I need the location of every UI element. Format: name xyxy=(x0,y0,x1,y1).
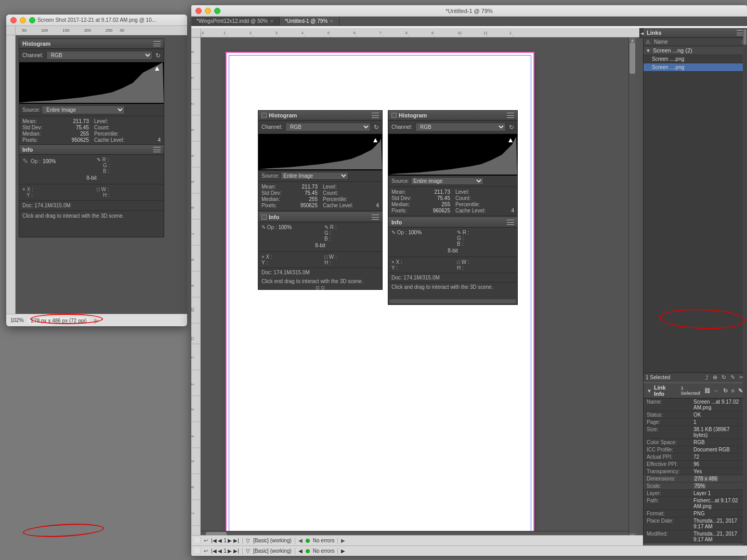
svg-text:8: 8 xyxy=(191,259,194,261)
id-close-button[interactable] xyxy=(195,8,202,14)
svg-text:7: 7 xyxy=(191,512,194,514)
info-right-menu[interactable] xyxy=(507,220,514,225)
nav-arrow[interactable]: ◀ xyxy=(298,538,303,543)
svg-text:11: 11 xyxy=(191,337,194,341)
link-info-effectiveppi-value: 96 xyxy=(693,461,699,467)
vertical-scrollbar-thumb[interactable] xyxy=(630,43,635,74)
links-row-2[interactable]: Screen ....png 1 xyxy=(644,63,747,72)
edit-original-button[interactable]: ✎ xyxy=(729,374,736,381)
hist-right-drag[interactable] xyxy=(391,113,397,118)
relink-button[interactable]: ⤴ xyxy=(704,375,710,381)
histogram-channel-row: Channel: RGB ↻ xyxy=(19,49,164,62)
median-value: 255 xyxy=(80,131,89,137)
tab-label-untitled: *Untitled-1 @ 79% xyxy=(285,18,327,24)
hist-right-channel-row: Channel: RGB ↻ xyxy=(388,121,517,134)
svg-text:5: 5 xyxy=(191,181,194,183)
info-right-title: Info xyxy=(391,219,402,225)
maximize-button[interactable] xyxy=(29,17,35,23)
update-link-button[interactable]: ↻ xyxy=(720,374,727,381)
svg-text:6: 6 xyxy=(191,207,194,209)
svg-text:0: 0 xyxy=(202,31,204,35)
hist-right-channel-select[interactable]: RGB xyxy=(415,123,506,131)
link-info-modified-value: Thursda...21, 2017 9:17 AM xyxy=(693,531,744,542)
link-info-dimensions-value: 278 x 486 xyxy=(693,476,718,482)
link-info-transparency-row: Transparency: Yes xyxy=(644,468,747,475)
close-button[interactable] xyxy=(10,17,17,23)
page-icon-2: ⬜ xyxy=(194,548,201,554)
hist-right-menu[interactable] xyxy=(507,113,514,118)
tab-wingsprnt[interactable]: *WingsPrint12x12.indd @ 50% ✕ xyxy=(191,17,280,25)
link-info-name-label: Name: xyxy=(647,399,693,410)
info-center-bitdepth: 8-bit xyxy=(261,242,379,249)
goto-link-button[interactable]: ⊕ xyxy=(712,374,718,381)
links-panel: ◀ Links ⚠ Name □ ▼ Screen ...ng (2) xyxy=(643,28,747,545)
hist-right-source[interactable]: Entire image xyxy=(411,177,483,185)
link-info-sort[interactable]: ≡ xyxy=(730,388,736,394)
vertical-scrollbar[interactable]: ▲ ▼ xyxy=(628,37,636,538)
link-info-refresh[interactable]: ↻ xyxy=(722,388,729,394)
info-center-drag[interactable] xyxy=(261,215,267,220)
histogram-menu-button[interactable] xyxy=(153,41,161,46)
hist-center-drag[interactable] xyxy=(261,113,267,118)
links-header-icon-col: ⚠ xyxy=(646,39,654,45)
link-info-placedate-label: Place Date: xyxy=(647,518,693,529)
scrollbar-handle[interactable] xyxy=(389,299,516,303)
nav-arrow-right[interactable]: ▶ xyxy=(341,538,345,543)
link-info-path-label: Path: xyxy=(647,498,693,509)
info-panel-left: Info ✎ Op : 100% xyxy=(19,144,164,237)
id-maximize-button[interactable] xyxy=(214,8,220,14)
info-center-menu[interactable] xyxy=(372,215,379,220)
source-label: Source: xyxy=(22,107,42,113)
link-info-format-label: Format: xyxy=(647,511,693,516)
hist-center-refresh[interactable]: ↻ xyxy=(374,124,379,131)
info-menu-button[interactable] xyxy=(153,147,161,152)
hist-center-source-select[interactable]: Entire Image xyxy=(281,172,348,180)
links-col-name: Name xyxy=(654,39,735,45)
svg-text:5: 5 xyxy=(191,460,194,462)
hist-center-channel-select[interactable]: RGB xyxy=(285,123,371,131)
svg-text:5: 5 xyxy=(327,31,330,35)
link-info-chain[interactable]: ⛓ xyxy=(703,388,711,394)
histogram-panel-center: Histogram Channel: RGB ↻ xyxy=(258,110,383,290)
link-info-path-row: Path: Fisherc...at 9.17.02 AM.png xyxy=(644,497,747,510)
svg-text:2: 2 xyxy=(191,103,194,105)
link-info-size-value: 38.1 KB (38967 bytes) xyxy=(693,426,744,438)
link-info-arrow-left[interactable]: ← xyxy=(713,388,720,394)
channel-select[interactable]: RGB xyxy=(46,51,152,60)
link-info-format-row: Format: PNG xyxy=(644,510,747,517)
selected-badge: 1 Selected xyxy=(681,385,703,396)
svg-text:3: 3 xyxy=(191,129,194,131)
tab-close-untitled[interactable]: ✕ xyxy=(330,19,334,24)
link-info-status-row: Status: OK xyxy=(644,411,747,419)
tab-untitled[interactable]: *Untitled-1 @ 79% ✕ xyxy=(280,17,339,25)
link-info-icc-row: ICC Profile: Document RGB xyxy=(644,446,747,454)
op-label: Op : xyxy=(31,158,41,164)
info-center-title: Info xyxy=(269,214,279,220)
hist-right-refresh[interactable]: ↻ xyxy=(509,124,514,131)
svg-text:1: 1 xyxy=(191,77,194,79)
links-row-1[interactable]: Screen ....png 1 xyxy=(644,55,747,63)
refresh-icon[interactable]: ↻ xyxy=(155,52,161,59)
minimize-button[interactable] xyxy=(20,17,26,23)
svg-text:9: 9 xyxy=(191,285,194,287)
links-bottom-toolbar: 1 Selected ⤴ ⊕ ↻ ✎ ✂ xyxy=(644,372,747,382)
id-tab-bar: *WingsPrint12x12.indd @ 50% ✕ *Untitled-… xyxy=(191,17,747,26)
pixels-label: Pixels: xyxy=(22,137,37,143)
links-group-header: ▼ Screen ...ng (2) xyxy=(644,46,747,55)
nav-right-2[interactable]: ▶ xyxy=(341,548,345,554)
scroll-up-button[interactable]: ▲ xyxy=(629,37,636,43)
link-info-size-label: Size: xyxy=(647,426,693,438)
hist-center-warning: ▲ xyxy=(372,136,379,144)
tab-close-wings[interactable]: ✕ xyxy=(270,19,274,24)
nav-left-2[interactable]: ◀ xyxy=(298,548,303,554)
id-minimize-button[interactable] xyxy=(205,8,211,14)
panel-collapse-button[interactable]: ◀ xyxy=(639,28,644,38)
source-select[interactable]: Entire Image xyxy=(42,105,125,114)
link-info-scrollbar[interactable] xyxy=(743,398,747,543)
hist-center-menu[interactable] xyxy=(372,113,379,118)
handle-bottom-left[interactable] xyxy=(316,286,319,289)
nav-icon-2: ↩ xyxy=(204,548,208,554)
stddev-value: 75.45 xyxy=(76,125,89,130)
link-name-2: Screen ....png xyxy=(652,64,735,70)
handle-bottom-right[interactable] xyxy=(321,286,324,289)
